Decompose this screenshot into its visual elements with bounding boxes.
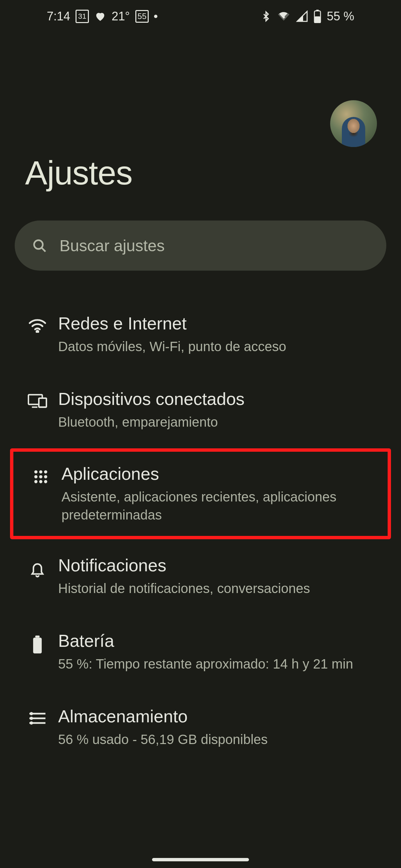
devices-icon [21, 389, 54, 408]
svg-point-3 [34, 240, 43, 249]
svg-point-17 [39, 480, 42, 484]
svg-point-18 [44, 480, 48, 484]
item-subtitle: 56 % usado - 56,19 GB disponibles [58, 730, 380, 748]
item-title: Dispositivos conectados [58, 389, 380, 409]
status-time: 7:14 [47, 9, 70, 23]
storage-icon [21, 706, 54, 726]
svg-point-5 [36, 331, 38, 333]
wifi-icon [21, 313, 54, 333]
svg-line-4 [41, 248, 45, 252]
signal-icon [296, 10, 308, 22]
nav-pill[interactable] [152, 858, 249, 861]
item-subtitle: Datos móviles, Wi-Fi, punto de acceso [58, 337, 380, 355]
item-subtitle: Bluetooth, emparejamiento [58, 413, 380, 431]
status-right: 55 % [261, 9, 354, 23]
item-battery[interactable]: Batería 55 %: Tiempo restante aproximado… [13, 615, 388, 690]
item-connected-devices[interactable]: Dispositivos conectados Bluetooth, empar… [13, 373, 388, 448]
svg-rect-19 [35, 636, 40, 638]
svg-rect-2 [314, 17, 320, 23]
item-storage[interactable]: Almacenamiento 56 % usado - 56,19 GB dis… [13, 690, 388, 766]
item-apps[interactable]: Aplicaciones Asistente, aplicaciones rec… [10, 448, 391, 539]
heart-icon [94, 10, 106, 22]
search-bar[interactable]: Buscar ajustes [15, 220, 386, 271]
status-left: 7:14 31 21° 55 [47, 9, 157, 23]
bell-icon [21, 555, 54, 579]
apps-icon [24, 464, 58, 485]
page-title: Ajustes [25, 154, 132, 192]
item-notifications[interactable]: Notificaciones Historial de notificacion… [13, 539, 388, 615]
item-title: Almacenamiento [58, 706, 380, 726]
svg-point-16 [34, 480, 38, 484]
search-placeholder: Buscar ajustes [60, 237, 165, 255]
wifi-icon [277, 11, 291, 22]
battery-icon [313, 10, 321, 23]
svg-rect-20 [33, 638, 42, 653]
status-battery-pct: 55 % [327, 9, 354, 23]
svg-point-22 [31, 713, 32, 715]
item-title: Redes e Internet [58, 313, 380, 334]
svg-point-15 [44, 475, 48, 478]
item-subtitle: Asistente, aplicaciones recientes, aplic… [61, 488, 377, 524]
search-icon [31, 238, 48, 254]
battery-icon [21, 631, 54, 654]
status-temp: 21° [112, 9, 130, 23]
calendar-icon: 31 [75, 10, 89, 23]
svg-point-10 [34, 470, 38, 474]
svg-point-12 [44, 470, 48, 474]
status-bar: 7:14 31 21° 55 55 % [0, 0, 401, 30]
svg-point-14 [39, 475, 42, 478]
settings-list: Redes e Internet Datos móviles, Wi-Fi, p… [0, 297, 401, 766]
item-title: Batería [58, 631, 380, 651]
svg-point-24 [31, 718, 32, 719]
item-subtitle: Historial de notificaciones, conversacio… [58, 579, 380, 597]
aqi-icon: 55 [135, 10, 149, 23]
item-subtitle: 55 %: Tiempo restante aproximado: 14 h y… [58, 655, 380, 673]
svg-rect-7 [39, 398, 47, 407]
item-title: Aplicaciones [61, 464, 377, 484]
svg-point-11 [39, 470, 42, 474]
item-network[interactable]: Redes e Internet Datos móviles, Wi-Fi, p… [13, 297, 388, 373]
bluetooth-icon [261, 10, 271, 23]
svg-point-13 [34, 475, 38, 478]
item-title: Notificaciones [58, 555, 380, 575]
profile-avatar[interactable] [330, 100, 377, 147]
status-dot [154, 15, 157, 18]
svg-point-26 [31, 722, 32, 724]
